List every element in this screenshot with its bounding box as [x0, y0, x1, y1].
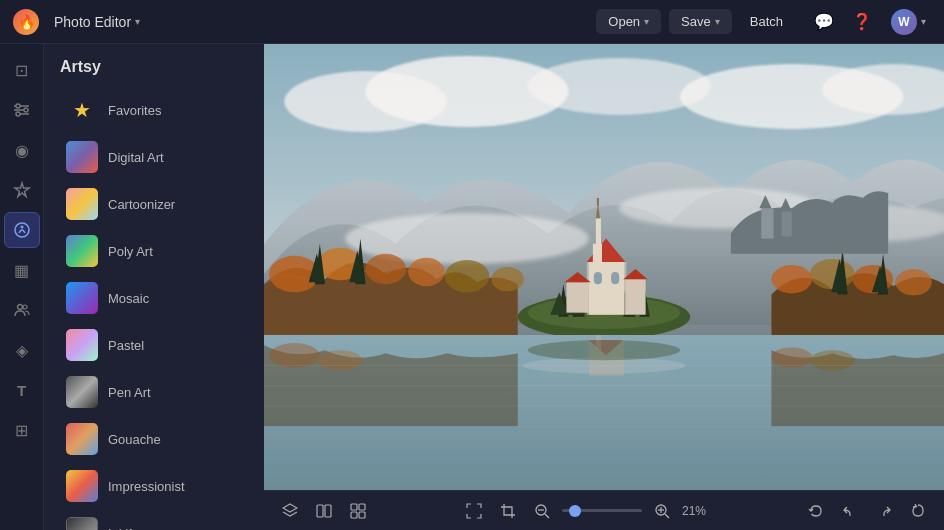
effects-list: ★FavoritesDigital ArtCartoonizerPoly Art… [44, 86, 264, 530]
effect-thumb-poly-art [66, 235, 98, 267]
user-chevron: ▾ [921, 16, 926, 27]
effect-item-mosaic[interactable]: Mosaic [50, 275, 258, 321]
effect-name-favorites: Favorites [108, 103, 161, 118]
undo-history-button[interactable] [802, 497, 830, 525]
svg-point-8 [20, 226, 23, 229]
undo-button[interactable] [836, 497, 864, 525]
effect-thumb-inkify [66, 517, 98, 530]
user-menu-button[interactable]: W ▾ [885, 7, 932, 37]
crop-button[interactable] [494, 497, 522, 525]
zoom-percent-label: 21% [682, 504, 714, 518]
sidebar-icon-eye[interactable]: ◉ [4, 132, 40, 168]
svg-point-10 [23, 305, 27, 309]
effect-item-poly-art[interactable]: Poly Art [50, 228, 258, 274]
effect-item-cartoonizer[interactable]: Cartoonizer [50, 181, 258, 227]
svg-rect-59 [325, 505, 331, 517]
effect-thumb-favorites: ★ [66, 94, 98, 126]
effect-thumb-cartoonizer [66, 188, 98, 220]
feedback-button[interactable]: 💬 [809, 7, 839, 37]
sidebar-icon-template[interactable]: ⊞ [4, 412, 40, 448]
effect-name-mosaic: Mosaic [108, 291, 149, 306]
effect-item-favorites[interactable]: ★Favorites [50, 87, 258, 133]
sidebar-icon-effects[interactable] [4, 172, 40, 208]
effect-thumb-pastel [66, 329, 98, 361]
effect-thumb-digital-art [66, 141, 98, 173]
logo-button[interactable]: 🔥 [12, 8, 40, 36]
app-title-button[interactable]: Photo Editor ▾ [48, 10, 146, 34]
save-chevron: ▾ [715, 16, 720, 27]
effect-thumb-pen-art [66, 376, 98, 408]
zoom-slider[interactable] [562, 509, 642, 512]
canvas-image[interactable] [264, 44, 944, 490]
effect-item-pastel[interactable]: Pastel [50, 322, 258, 368]
canvas-area: 21% [264, 44, 944, 530]
icon-sidebar: ⊡ ◉ ▦ [0, 44, 44, 530]
svg-rect-62 [351, 512, 357, 518]
zoom-slider-container [562, 509, 642, 512]
effect-thumb-mosaic [66, 282, 98, 314]
user-avatar: W [891, 9, 917, 35]
effect-name-impressionist: Impressionist [108, 479, 185, 494]
header-right: 💬 ❓ W ▾ [809, 7, 932, 37]
open-label: Open [608, 14, 640, 29]
effects-panel: Artsy ★FavoritesDigital ArtCartoonizerPo… [44, 44, 264, 530]
effect-name-digital-art: Digital Art [108, 150, 164, 165]
save-label: Save [681, 14, 711, 29]
save-button[interactable]: Save ▾ [669, 9, 732, 34]
sidebar-icon-artsy[interactable] [4, 212, 40, 248]
effect-name-inkify: Inkify [108, 526, 138, 531]
layer-tools [276, 497, 372, 525]
panel-title: Artsy [44, 44, 264, 86]
effect-item-pen-art[interactable]: Pen Art [50, 369, 258, 415]
effect-name-poly-art: Poly Art [108, 244, 153, 259]
bottom-toolbar: 21% [264, 490, 944, 530]
sidebar-icon-frames[interactable]: ▦ [4, 252, 40, 288]
compare-tool-button[interactable] [310, 497, 338, 525]
open-chevron: ▾ [644, 16, 649, 27]
app-title-label: Photo Editor [54, 14, 131, 30]
header-center: Open ▾ Save ▾ Batch [596, 9, 793, 34]
effect-thumb-gouache [66, 423, 98, 455]
main-content: ⊡ ◉ ▦ [0, 44, 944, 530]
svg-rect-58 [317, 505, 323, 517]
sidebar-icon-adjustments[interactable] [4, 92, 40, 128]
effect-item-gouache[interactable]: Gouache [50, 416, 258, 462]
layers-tool-button[interactable] [276, 497, 304, 525]
svg-rect-63 [359, 512, 365, 518]
grid-tool-button[interactable] [344, 497, 372, 525]
effect-name-cartoonizer: Cartoonizer [108, 197, 175, 212]
svg-line-70 [665, 514, 669, 518]
zoom-out-button[interactable] [528, 497, 556, 525]
open-button[interactable]: Open ▾ [596, 9, 661, 34]
sidebar-icon-people[interactable] [4, 292, 40, 328]
redo-button[interactable] [870, 497, 898, 525]
effect-item-impressionist[interactable]: Impressionist [50, 463, 258, 509]
logo-icon: 🔥 [13, 9, 39, 35]
batch-label: Batch [750, 14, 783, 29]
effect-thumb-impressionist [66, 470, 98, 502]
header: 🔥 Photo Editor ▾ Open ▾ Save ▾ Batch 💬 ❓… [0, 0, 944, 44]
svg-point-9 [17, 305, 22, 310]
sidebar-icon-mask[interactable]: ◈ [4, 332, 40, 368]
svg-rect-61 [359, 504, 365, 510]
fit-screen-button[interactable] [460, 497, 488, 525]
history-tools [802, 497, 932, 525]
effect-name-gouache: Gouache [108, 432, 161, 447]
app-title-chevron: ▾ [135, 16, 140, 27]
sidebar-icon-layers[interactable]: ⊡ [4, 52, 40, 88]
svg-point-0 [16, 104, 20, 108]
effect-name-pen-art: Pen Art [108, 385, 151, 400]
effect-item-inkify[interactable]: Inkify [50, 510, 258, 530]
effect-item-digital-art[interactable]: Digital Art [50, 134, 258, 180]
zoom-in-button[interactable] [648, 497, 676, 525]
help-button[interactable]: ❓ [847, 7, 877, 37]
sidebar-icon-text[interactable]: T [4, 372, 40, 408]
reset-button[interactable] [904, 497, 932, 525]
zoom-tools: 21% [460, 497, 714, 525]
svg-line-66 [545, 514, 549, 518]
svg-point-2 [16, 112, 20, 116]
batch-button[interactable]: Batch [740, 9, 793, 34]
svg-rect-57 [264, 44, 944, 490]
effect-name-pastel: Pastel [108, 338, 144, 353]
svg-rect-60 [351, 504, 357, 510]
